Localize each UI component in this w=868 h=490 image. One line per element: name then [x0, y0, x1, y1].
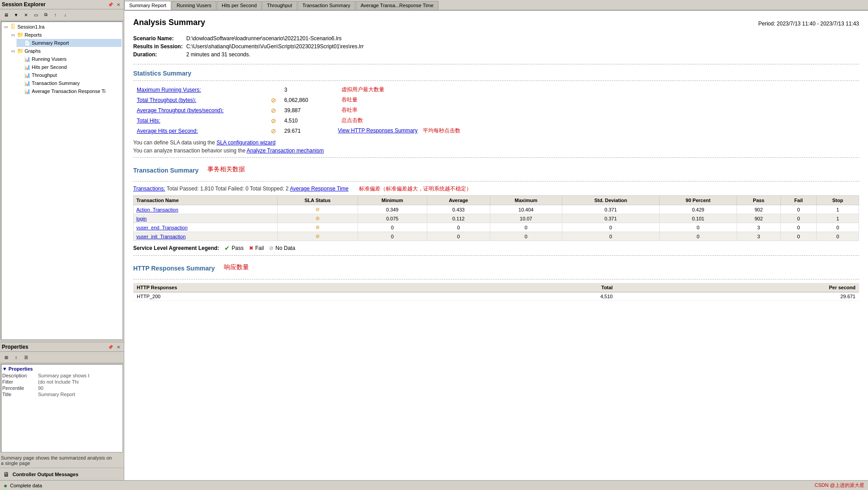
stat-annotation-vusers: 虚拟用户最大数量: [341, 86, 384, 93]
duration-value: 2 minutes and 31 seconds.: [186, 51, 364, 59]
session-label[interactable]: Session1.lra: [17, 24, 45, 30]
sla-wizard-text: You can define SLA data using the SLA co…: [133, 139, 859, 146]
table-row: vuser_end_Transaction ⊘ 0 0 0 0 0 3 0 0: [134, 223, 859, 232]
tree-throughput[interactable]: 📊 Throughput: [17, 71, 122, 79]
http-annotation: 响应数量: [224, 263, 249, 271]
tree-toggle-sr: [17, 41, 24, 45]
session-explorer-header: Session Explorer 📌 ✕: [0, 0, 124, 9]
session-folder-icon: 🗄: [9, 23, 17, 30]
tree-toggle-graphs[interactable]: ▭: [9, 49, 17, 53]
stat-label-vusers[interactable]: Maximum Running Vusers:: [137, 87, 201, 93]
sla-wizard-link[interactable]: SLA configuration wizard: [216, 139, 275, 146]
view-http-link[interactable]: View HTTP Responses Summary: [338, 127, 417, 134]
transaction-table: Transaction Name SLA Status Minimum Aver…: [133, 195, 859, 241]
hits-per-second-icon: 📊: [24, 63, 31, 71]
sla-nodata-label: No Data: [275, 245, 295, 251]
stat-label-throughput[interactable]: Total Throughput (bytes):: [137, 97, 196, 103]
tree-reports[interactable]: ▭ 📁 Reports: [9, 31, 122, 39]
prop-description-text: Summary page shows the summarized analys…: [0, 453, 124, 468]
tab-running-vusers[interactable]: Running Vusers: [172, 1, 216, 10]
th-maximum: Maximum: [490, 196, 562, 205]
tree-session[interactable]: ▭ 🗄 Session1.lra: [2, 23, 122, 31]
tree-graphs[interactable]: ▭ 📁 Graphs: [9, 47, 122, 55]
th-90-percent: 90 Percent: [659, 196, 737, 205]
toolbar-down-icon[interactable]: ↓: [61, 10, 70, 19]
toolbar-copy-icon[interactable]: ⧉: [41, 10, 50, 19]
tree-hits-per-second[interactable]: 📊 Hits per Second: [17, 63, 122, 71]
session-tree: ▭ 🗄 Session1.lra ▭ 📁 Reports 📄 Summary R…: [1, 21, 123, 340]
toolbar-x-icon[interactable]: ✕: [21, 10, 30, 19]
metadata-results-row: Results in Session: C:\Users\shatianqi\D…: [133, 42, 364, 51]
properties-panel: Properties 📌 ✕ ⊞ ↕ ☰ ▼ Properties Descri…: [0, 342, 124, 468]
http-th-per-second: Per second: [616, 283, 859, 292]
stat-row-avg-hits: Average Hits per Second: ⊘ 29.671 View H…: [133, 126, 859, 136]
reports-label[interactable]: Reports: [25, 32, 42, 38]
results-value: C:\Users\shatianqi\Documents\VuGen\Scrip…: [186, 42, 364, 51]
scenario-label: Scenario Name:: [133, 34, 186, 42]
stat-label-avg-hits[interactable]: Average Hits per Second:: [137, 128, 198, 134]
graphs-label[interactable]: Graphs: [25, 48, 41, 54]
stat-annotation-total-hits: 总点击数: [341, 117, 363, 123]
divider-6: [133, 279, 859, 279]
left-panel: Session Explorer 📌 ✕ 🖥 ▼ ✕ ▭ ⧉ ↑ ↓ ▭ 🗄 S…: [0, 0, 124, 480]
tab-throughput[interactable]: Throughput: [262, 1, 297, 10]
scenario-value: D:\dowloadSoftware\loadrunner\scenario\2…: [186, 34, 364, 42]
hits-per-second-label: Hits per Second: [32, 64, 67, 70]
toolbar-arrow-icon[interactable]: ▼: [12, 10, 21, 19]
tree-avg-trans-resp-time[interactable]: 📊 Average Transaction Response Ti: [17, 87, 122, 95]
prop-close-icon[interactable]: ✕: [115, 343, 122, 351]
toolbar-up-icon[interactable]: ↑: [51, 10, 60, 19]
tree-toggle-session[interactable]: ▭: [2, 25, 9, 29]
stat-value-avg-throughput: 39,887: [284, 107, 301, 114]
table-row: vuser_init_Transaction ⊘ 0 0 0 0 0 3 0 0: [134, 232, 859, 241]
tab-summary-report[interactable]: Summary Report: [124, 1, 171, 10]
avg-trans-label: Average Transaction Response Ti: [32, 89, 105, 94]
stat-icon-avg-throughput: ⊘: [271, 107, 276, 114]
pin-icon[interactable]: 📌: [107, 1, 114, 8]
sla-nodata-item: ⊘ No Data: [269, 245, 295, 251]
avg-response-link[interactable]: Average Response Time: [290, 186, 348, 192]
tab-transaction-summary[interactable]: Transaction Summary: [298, 1, 355, 10]
tabs-bar: Summary Report Running Vusers Hits per S…: [124, 0, 868, 11]
tab-hits-per-second[interactable]: Hits per Second: [217, 1, 261, 10]
prop-section-header: ▼ Properties: [2, 365, 122, 372]
sla-pass-label: Pass: [232, 245, 244, 251]
status-text: Complete data: [10, 483, 42, 488]
transaction-summary-icon: 📊: [24, 80, 31, 87]
transaction-summary-text: Transactions: Total Passed: 1,810 Total …: [133, 185, 859, 193]
transactions-link[interactable]: Transactions:: [133, 186, 165, 192]
http-responses-table: HTTP Responses Total Per second HTTP_200…: [133, 283, 859, 301]
tab-avg-trans-response[interactable]: Average Transa...Response Time: [356, 1, 438, 10]
tree-transaction-summary[interactable]: 📊 Transaction Summary: [17, 79, 122, 87]
prop-filter-row: Filter (do not Include Thi: [2, 379, 122, 385]
sla-pass-item: ✔ Pass: [224, 245, 244, 252]
prop-filter-key: Filter: [2, 379, 38, 384]
controller-label[interactable]: Controller Output Messages: [13, 472, 78, 477]
tree-running-vusers[interactable]: 📊 Running Vusers: [17, 55, 122, 63]
transaction-heading: Transaction Summary: [133, 167, 198, 174]
tree-summary-report[interactable]: 📄 Summary Report: [17, 39, 122, 47]
prop-toolbar-icon3[interactable]: ☰: [21, 353, 30, 362]
sla-legend: Service Level Agreement Legend: ✔ Pass ✖…: [133, 245, 859, 252]
complete-dot: ●: [4, 482, 7, 489]
analyze-link[interactable]: Analyze Transaction mechanism: [247, 148, 324, 154]
toolbar-monitor-icon[interactable]: 🖥: [2, 10, 11, 19]
prop-pin-icon[interactable]: 📌: [107, 343, 114, 351]
stat-label-avg-throughput[interactable]: Average Throughput (bytes/second):: [137, 107, 223, 114]
prop-toolbar-icon2[interactable]: ↕: [12, 353, 21, 362]
prop-toolbar-icon1[interactable]: ⊞: [2, 353, 11, 362]
close-icon[interactable]: ✕: [115, 1, 122, 8]
th-sla-status: SLA Status: [277, 196, 358, 205]
toolbar-minus-icon[interactable]: ▭: [31, 10, 40, 19]
statistics-heading: Statistics Summary: [133, 70, 859, 77]
table-row: Action_Transaction ⊘ 0.349 0.433 10.404 …: [134, 205, 859, 214]
tree-toggle-reports[interactable]: ▭: [9, 33, 17, 37]
th-fail: Fail: [780, 196, 817, 205]
stat-label-total-hits[interactable]: Total Hits:: [137, 118, 160, 124]
th-stop: Stop: [817, 196, 859, 205]
stat-icon-total-hits: ⊘: [271, 117, 276, 124]
stat-annotation-avg-throughput: 吞吐率: [341, 107, 358, 113]
graphs-folder-icon: 📁: [17, 47, 24, 55]
prop-filter-value: (do not Include Thi: [38, 379, 122, 384]
summary-report-label[interactable]: Summary Report: [32, 40, 69, 46]
